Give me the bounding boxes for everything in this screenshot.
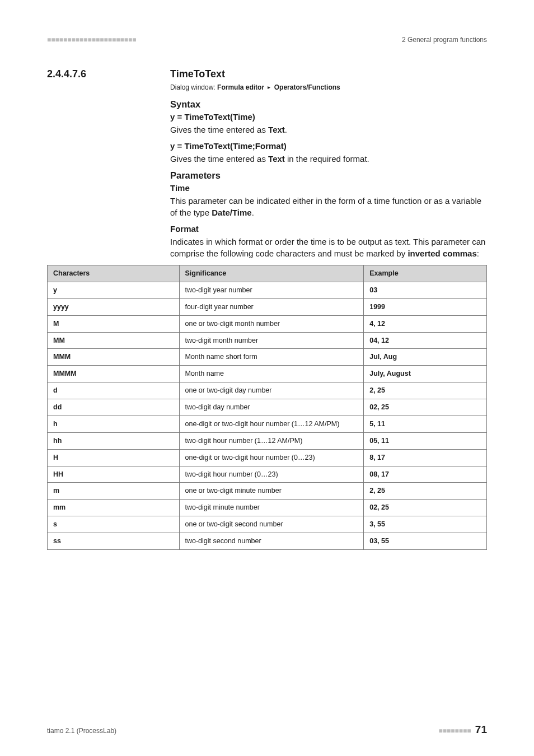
cell-char: dd <box>48 399 180 416</box>
dialog-window-line: Dialog window: Formula editor ▸ Operator… <box>170 83 487 91</box>
table-row: yyyyfour-digit year number1999 <box>48 298 487 315</box>
cell-char: h <box>48 416 180 432</box>
footer-right: ■■■■■■■■ 71 <box>439 724 487 736</box>
table-row: hone-digit or two-digit hour number (1…1… <box>48 416 487 432</box>
table-row: MMMMMonth nameJuly, August <box>48 366 487 382</box>
cell-char: MMM <box>48 349 180 366</box>
col-header-example: Example <box>364 265 487 282</box>
table-row: ytwo-digit year number03 <box>48 282 487 298</box>
syntax-desc-2: Gives the time entered as Text in the re… <box>170 153 487 165</box>
cell-sig: Month name <box>179 366 364 382</box>
syntax-desc2-bold: Text <box>268 154 285 164</box>
cell-sig: two-digit month number <box>179 332 364 349</box>
cell-char: m <box>48 483 180 500</box>
table-row: Mone or two-digit month number4, 12 <box>48 315 487 332</box>
syntax-desc2-pre: Gives the time entered as <box>170 154 268 164</box>
cell-char: ss <box>48 533 180 550</box>
cell-sig: four-digit year number <box>179 298 364 315</box>
table-row: sone or two-digit second number3, 55 <box>48 516 487 533</box>
cell-ex: 04, 12 <box>364 332 487 349</box>
table-body: ytwo-digit year number03 yyyyfour-digit … <box>48 282 487 549</box>
cell-ex: 5, 11 <box>364 416 487 432</box>
table-row: MMtwo-digit month number04, 12 <box>48 332 487 349</box>
table-row: done or two-digit day number2, 25 <box>48 382 487 399</box>
cell-sig: two-digit minute number <box>179 500 364 516</box>
cell-sig: two-digit hour number (0…23) <box>179 466 364 483</box>
table-row: mmtwo-digit minute number02, 25 <box>48 500 487 516</box>
cell-ex: 05, 11 <box>364 432 487 449</box>
cell-char: s <box>48 516 180 533</box>
syntax-signature-2: y = TimeToText(Time;Format) <box>170 141 487 151</box>
dialog-part2: Operators/Functions <box>274 83 340 91</box>
cell-ex: 1999 <box>364 298 487 315</box>
cell-sig: two-digit hour number (1…12 AM/PM) <box>179 432 364 449</box>
section-title: TimeToText <box>170 68 225 80</box>
syntax-desc1-post: . <box>285 125 287 134</box>
cell-char: d <box>48 382 180 399</box>
cell-sig: Month name short form <box>179 349 364 366</box>
table-row: ddtwo-digit day number02, 25 <box>48 399 487 416</box>
col-header-significance: Significance <box>179 265 364 282</box>
footer-dashes: ■■■■■■■■ <box>439 727 471 735</box>
cell-sig: one or two-digit second number <box>179 516 364 533</box>
cell-ex: 8, 17 <box>364 449 487 466</box>
cell-char: HH <box>48 466 180 483</box>
cell-sig: one or two-digit minute number <box>179 483 364 500</box>
cell-ex: 2, 25 <box>364 382 487 399</box>
footer-left-text: tiamo 2.1 (ProcessLab) <box>47 727 116 735</box>
param-format-desc: Indicates in which format or order the t… <box>170 236 487 259</box>
col-header-characters: Characters <box>48 265 180 282</box>
param-time-name: Time <box>170 183 487 193</box>
section-number: 2.4.4.7.6 <box>47 68 152 80</box>
section-heading: 2.4.4.7.6 TimeToText <box>47 68 487 80</box>
syntax-desc1-pre: Gives the time entered as <box>170 125 268 134</box>
table-row: Hone-digit or two-digit hour number (0…2… <box>48 449 487 466</box>
dialog-prefix: Dialog window: <box>170 83 217 91</box>
syntax-desc2-post: in the required format. <box>285 154 369 164</box>
header-dashes: ■■■■■■■■■■■■■■■■■■■■■■ <box>47 36 136 44</box>
cell-char: y <box>48 282 180 298</box>
cell-ex: 03 <box>364 282 487 298</box>
cell-sig: one or two-digit day number <box>179 382 364 399</box>
syntax-heading: Syntax <box>170 99 487 110</box>
param-time-desc-bold: Date/Time <box>212 208 251 217</box>
cell-ex: 02, 25 <box>364 500 487 516</box>
cell-sig: two-digit second number <box>179 533 364 550</box>
cell-ex: 03, 55 <box>364 533 487 550</box>
cell-sig: two-digit year number <box>179 282 364 298</box>
param-format-name: Format <box>170 224 487 234</box>
param-format-desc-post: : <box>477 249 479 258</box>
cell-sig: one or two-digit month number <box>179 315 364 332</box>
format-codes-table: Characters Significance Example ytwo-dig… <box>47 265 487 550</box>
page-footer: tiamo 2.1 (ProcessLab) ■■■■■■■■ 71 <box>47 724 487 736</box>
dialog-part1: Formula editor <box>217 83 264 91</box>
cell-char: H <box>48 449 180 466</box>
cell-ex: July, August <box>364 366 487 382</box>
syntax-desc1-bold: Text <box>268 125 285 134</box>
syntax-desc-1: Gives the time entered as Text. <box>170 124 487 136</box>
table-row: HHtwo-digit hour number (0…23)08, 17 <box>48 466 487 483</box>
cell-sig: one-digit or two-digit hour number (0…23… <box>179 449 364 466</box>
breadcrumb-separator-icon: ▸ <box>268 84 270 90</box>
cell-char: M <box>48 315 180 332</box>
param-time-desc-post: . <box>252 208 254 217</box>
param-format-desc-bold: inverted commas <box>407 249 476 258</box>
cell-ex: 08, 17 <box>364 466 487 483</box>
cell-char: hh <box>48 432 180 449</box>
cell-sig: two-digit day number <box>179 399 364 416</box>
cell-ex: 3, 55 <box>364 516 487 533</box>
cell-char: yyyy <box>48 298 180 315</box>
cell-ex: Jul, Aug <box>364 349 487 366</box>
table-row: mone or two-digit minute number2, 25 <box>48 483 487 500</box>
table-row: sstwo-digit second number03, 55 <box>48 533 487 550</box>
cell-ex: 2, 25 <box>364 483 487 500</box>
cell-ex: 02, 25 <box>364 399 487 416</box>
syntax-signature-1: y = TimeToText(Time) <box>170 112 487 122</box>
param-time-desc: This parameter can be indicated either i… <box>170 195 487 218</box>
table-row: MMMMonth name short formJul, Aug <box>48 349 487 366</box>
running-header: ■■■■■■■■■■■■■■■■■■■■■■ 2 General program… <box>47 36 487 44</box>
cell-char: MM <box>48 332 180 349</box>
cell-char: MMMM <box>48 366 180 382</box>
cell-sig: one-digit or two-digit hour number (1…12… <box>179 416 364 432</box>
table-header-row: Characters Significance Example <box>48 265 487 282</box>
